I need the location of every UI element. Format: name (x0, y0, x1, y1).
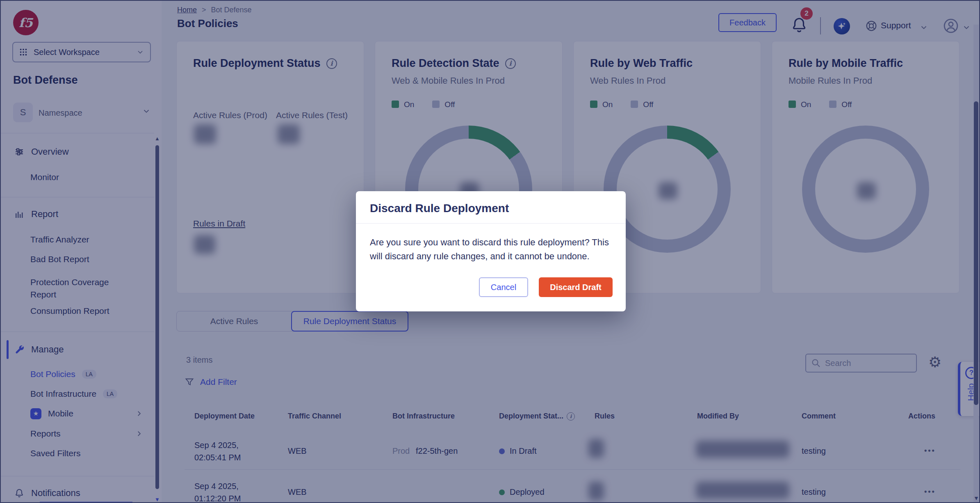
discard-draft-button[interactable]: Discard Draft (539, 277, 613, 297)
modal-body-text: Are you sure you want to discard this ru… (370, 235, 618, 263)
app-window: f5 Select Workspace Bot Defense S Namesp… (0, 0, 980, 503)
modal-title: Discard Rule Deployment (370, 202, 509, 215)
divider (356, 223, 626, 224)
discard-rule-deployment-modal: Discard Rule Deployment Are you sure you… (356, 191, 626, 311)
cancel-button[interactable]: Cancel (479, 277, 528, 297)
